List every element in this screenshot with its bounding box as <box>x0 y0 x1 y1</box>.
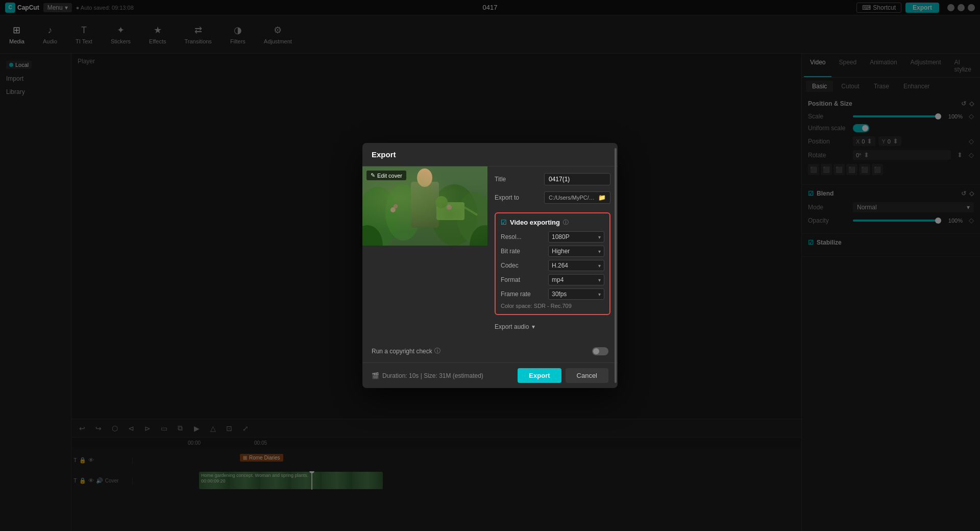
footer-buttons: Export Cancel <box>518 368 608 383</box>
color-space-text: Color space: SDR - Rec.709 <box>501 303 604 309</box>
export-audio-row[interactable]: Export audio ▾ <box>495 319 610 334</box>
format-select[interactable]: mp4 ▾ <box>548 274 604 285</box>
resolution-row: Resol... 1080P ▾ <box>501 231 604 243</box>
resolution-select[interactable]: 1080P ▾ <box>548 231 604 243</box>
svg-line-8 <box>464 207 477 215</box>
cancel-button[interactable]: Cancel <box>566 368 608 383</box>
folder-icon: 📁 <box>598 194 606 201</box>
svg-point-10 <box>362 225 383 246</box>
copyright-row: Run a copyright check ⓘ <box>372 343 608 359</box>
svg-point-1 <box>362 187 398 246</box>
format-label: Format <box>501 276 520 283</box>
svg-point-9 <box>435 196 448 208</box>
export-path-selector[interactable]: C:/Users/MyPC/AppD... 📁 <box>544 191 610 204</box>
svg-point-4 <box>457 192 487 243</box>
copyright-label: Run a copyright check ⓘ <box>372 347 440 355</box>
svg-point-14 <box>447 205 452 210</box>
video-export-info-icon[interactable]: ⓘ <box>563 219 569 226</box>
framerate-value: 30fps <box>552 291 567 298</box>
svg-point-12 <box>390 207 396 212</box>
bitrate-select[interactable]: Higher ▾ <box>548 246 604 257</box>
export-dialog: Export <box>362 143 618 388</box>
bitrate-arrow: ▾ <box>598 249 601 254</box>
edit-cover-button[interactable]: ✎ Edit cover <box>366 171 406 180</box>
title-field-label: Title <box>495 176 506 183</box>
framerate-label: Frame rate <box>501 291 531 298</box>
video-export-header: ☑ Video exporting ⓘ <box>501 219 604 226</box>
svg-rect-7 <box>436 202 464 220</box>
export-button[interactable]: Export <box>518 368 561 383</box>
format-value: mp4 <box>552 276 564 283</box>
copyright-toggle[interactable] <box>592 347 608 355</box>
export-audio-arrow-icon: ▾ <box>532 323 535 330</box>
framerate-arrow: ▾ <box>598 292 601 297</box>
resolution-arrow: ▾ <box>598 234 601 240</box>
video-export-checkbox[interactable]: ☑ <box>501 219 507 226</box>
duration-info: 🎬 Duration: 10s | Size: 31M (estimated) <box>372 372 483 379</box>
resolution-label: Resol... <box>501 233 522 240</box>
thumbnail-image: ✎ Edit cover <box>362 166 487 246</box>
video-file-icon: 🎬 <box>372 372 379 379</box>
bitrate-value: Higher <box>552 248 570 255</box>
codec-row: Codec H.264 ▾ <box>501 260 604 271</box>
svg-point-3 <box>431 184 477 246</box>
dialog-thumbnail[interactable]: ✎ Edit cover <box>362 166 487 340</box>
bitrate-label: Bit rate <box>501 248 520 255</box>
format-arrow: ▾ <box>598 277 601 283</box>
title-input[interactable] <box>544 173 610 185</box>
duration-text: Duration: 10s | Size: 31M (estimated) <box>382 372 483 379</box>
export-to-label: Export to <box>495 194 519 201</box>
svg-point-6 <box>417 168 432 187</box>
codec-label: Codec <box>501 262 519 269</box>
dialog-body: ✎ Edit cover Title Export to C:/Users/My… <box>362 166 618 340</box>
dialog-footer: 🎬 Duration: 10s | Size: 31M (estimated) … <box>362 363 618 388</box>
export-audio-label: Export audio <box>495 323 529 330</box>
copyright-section: Run a copyright check ⓘ <box>362 340 618 363</box>
svg-point-2 <box>385 184 421 240</box>
framerate-select[interactable]: 30fps ▾ <box>548 288 604 300</box>
title-row: Title <box>495 172 610 187</box>
codec-select[interactable]: H.264 ▾ <box>548 260 604 271</box>
bitrate-row: Bit rate Higher ▾ <box>501 246 604 257</box>
svg-point-13 <box>394 204 398 208</box>
video-export-title: Video exporting <box>510 219 560 226</box>
video-export-section: ☑ Video exporting ⓘ Resol... 1080P ▾ <box>495 212 610 315</box>
dialog-title: Export <box>362 143 618 166</box>
copyright-text: Run a copyright check <box>372 348 432 355</box>
copyright-info-icon[interactable]: ⓘ <box>434 347 440 355</box>
edit-icon: ✎ <box>371 172 375 179</box>
format-row: Format mp4 ▾ <box>501 274 604 285</box>
dialog-overlay: Export <box>0 0 980 531</box>
framerate-row: Frame rate 30fps ▾ <box>501 288 604 300</box>
resolution-value: 1080P <box>552 233 570 240</box>
codec-arrow: ▾ <box>598 263 601 269</box>
svg-point-11 <box>470 225 487 246</box>
export-to-row: Export to C:/Users/MyPC/AppD... 📁 <box>495 190 610 205</box>
export-path-text: C:/Users/MyPC/AppD... <box>549 195 596 201</box>
dialog-settings: Title Export to C:/Users/MyPC/AppD... 📁 … <box>487 166 618 340</box>
codec-value: H.264 <box>552 262 568 269</box>
edit-cover-text: Edit cover <box>377 173 402 179</box>
svg-rect-5 <box>411 182 439 228</box>
dialog-scrollbar[interactable] <box>615 148 617 383</box>
